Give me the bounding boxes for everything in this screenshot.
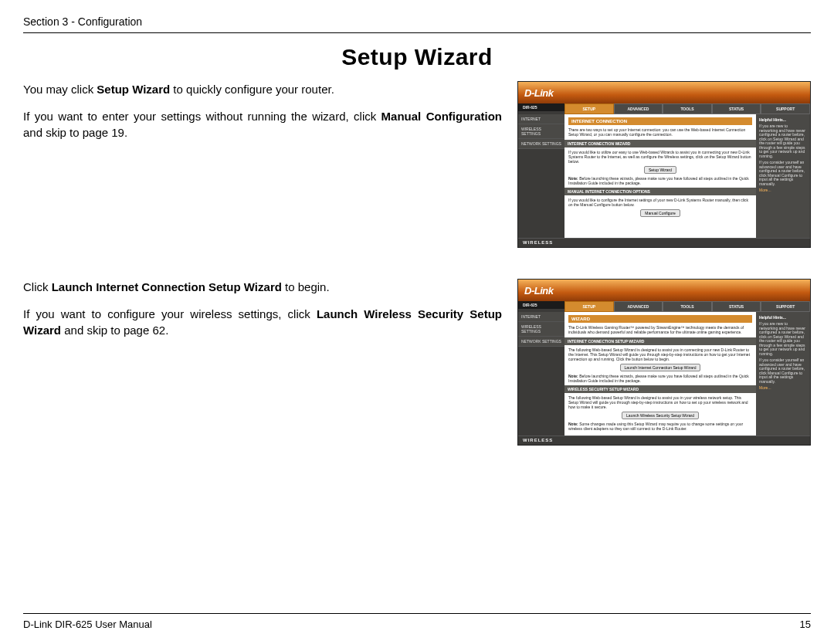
- note-text: Some changes made using this Setup Wizar…: [568, 422, 743, 431]
- txt: Click: [23, 280, 52, 293]
- tab-tools[interactable]: TOOLS: [663, 301, 712, 312]
- panel-intro1: There are two ways to set up your Intern…: [568, 127, 752, 137]
- sidenav-wireless[interactable]: WIRELESS SETTINGS: [518, 322, 564, 337]
- note2: Note: Before launching these wizards, pl…: [568, 374, 752, 383]
- note-text: Before launching these wizards, please m…: [568, 176, 749, 185]
- block2-text: Click Launch Internet Connection Setup W…: [23, 279, 502, 349]
- page-title: Setup Wizard: [23, 44, 811, 70]
- footer-manual-name: D-Link DIR-625 User Manual: [23, 619, 152, 630]
- screenshot2-col: D-Link DIR-625 SETUP ADVANCED TOOLS STAT…: [517, 279, 811, 446]
- txt: and skip to page 19.: [23, 126, 127, 139]
- tab-status[interactable]: STATUS: [712, 301, 761, 312]
- txt: to quickly configure your router.: [170, 83, 334, 96]
- launch-wireless-security-wizard-button[interactable]: Launch Wireless Security Setup Wizard: [622, 412, 699, 419]
- model-bar: DIR-625: [518, 103, 564, 111]
- subhead-manual: MANUAL INTERNET CONNECTION OPTIONS: [564, 188, 756, 195]
- more-link[interactable]: More...: [759, 386, 807, 391]
- tab-status[interactable]: STATUS: [712, 103, 761, 114]
- sidenav-network[interactable]: NETWORK SETTINGS: [518, 139, 564, 149]
- sidenav-internet[interactable]: INTERNET: [518, 114, 564, 124]
- hint-text: If you consider yourself an advanced use…: [759, 161, 807, 186]
- block1-p1: You may click Setup Wizard to quickly co…: [23, 81, 502, 97]
- router-screenshot-2: D-Link DIR-625 SETUP ADVANCED TOOLS STAT…: [517, 279, 811, 446]
- more-link[interactable]: More...: [759, 188, 807, 193]
- sidenav-wireless[interactable]: WIRELESS SETTINGS: [518, 124, 564, 139]
- side-nav: INTERNET WIRELESS SETTINGS NETWORK SETTI…: [518, 114, 564, 238]
- router-banner: D-Link: [518, 280, 810, 301]
- block2-p1: Click Launch Internet Connection Setup W…: [23, 279, 502, 295]
- main-panel-1: INTERNET CONNECTION There are two ways t…: [564, 114, 756, 238]
- hints-title: Helpful Hints...: [759, 117, 807, 122]
- hints-panel-1: Helpful Hints... If you are new to netwo…: [756, 114, 810, 238]
- note1: Note: Before launching these wizards, pl…: [568, 176, 752, 185]
- hint-text: If you are new to networking and have ne…: [759, 124, 807, 158]
- txt: If you want to enter your settings witho…: [23, 110, 381, 123]
- hints-title: Helpful Hints...: [759, 315, 807, 320]
- router-footer: WIRELESS: [518, 238, 810, 247]
- block-1: You may click Setup Wizard to quickly co…: [23, 81, 811, 248]
- block-2: Click Launch Internet Connection Setup W…: [23, 279, 811, 446]
- text-wssw: The following Web-based Setup Wizard is …: [568, 395, 752, 409]
- block2-p2: If you want to configure your wireless s…: [23, 306, 502, 338]
- text-icw: If you would like to utilize our easy to…: [568, 150, 752, 164]
- footer-page-number: 15: [800, 619, 811, 630]
- block1-p2: If you want to enter your settings witho…: [23, 108, 502, 141]
- dlink-logo: D-Link: [524, 87, 553, 99]
- tab-support[interactable]: SUPPORT: [761, 103, 810, 114]
- hints-panel-2: Helpful Hints... If you are new to netwo…: [756, 312, 810, 436]
- bold-launch-icw: Launch Internet Connection Setup Wizard: [52, 280, 282, 293]
- txt: and skip to page 62.: [61, 324, 168, 337]
- subhead-icw: INTERNET CONNECTION WIZARD: [564, 140, 756, 147]
- section-header: Section 3 - Configuration: [23, 15, 811, 33]
- txt: to begin.: [282, 280, 330, 293]
- sidenav-internet[interactable]: INTERNET: [518, 312, 564, 322]
- subhead-icsw: INTERNET CONNECTION SETUP WIZARD: [564, 337, 756, 345]
- txt: If you want to configure your wireless s…: [23, 307, 317, 320]
- setup-wizard-button[interactable]: Setup Wizard: [644, 166, 676, 174]
- panel-head-internet-connection: INTERNET CONNECTION: [568, 117, 752, 125]
- sidenav-network[interactable]: NETWORK SETTINGS: [518, 337, 564, 347]
- bold-manual-config: Manual Configuration: [381, 110, 502, 123]
- panel-head-wizard: WIZARD: [568, 315, 752, 323]
- tab-advanced[interactable]: ADVANCED: [614, 301, 663, 312]
- hint-text: If you consider yourself an advanced use…: [759, 358, 807, 384]
- side-nav: INTERNET WIRELESS SETTINGS NETWORK SETTI…: [518, 312, 564, 436]
- tab-setup[interactable]: SETUP: [564, 103, 614, 114]
- router-banner: D-Link: [518, 82, 810, 103]
- subhead-wssw: WIRELESS SECURITY SETUP WIZARD: [564, 385, 756, 393]
- panel-intro2: The D-Link Wireless Gaming Router™ power…: [568, 325, 752, 334]
- txt: You may click: [23, 83, 97, 96]
- text-manual: If you would like to configure the Inter…: [568, 198, 752, 207]
- tab-advanced[interactable]: ADVANCED: [614, 103, 663, 114]
- page-footer: D-Link DIR-625 User Manual 15: [23, 613, 811, 630]
- block1-text: You may click Setup Wizard to quickly co…: [23, 81, 502, 151]
- note3: Note: Some changes made using this Setup…: [568, 422, 752, 431]
- text-icsw: The following Web-based Setup Wizard is …: [568, 347, 752, 361]
- tab-tools[interactable]: TOOLS: [663, 103, 712, 114]
- router-footer: WIRELESS: [518, 436, 810, 445]
- dlink-logo: D-Link: [524, 285, 553, 297]
- bold-setup-wizard: Setup Wizard: [97, 83, 170, 96]
- manual-configure-button[interactable]: Manual Configure: [640, 209, 680, 217]
- main-panel-2: WIZARD The D-Link Wireless Gaming Router…: [564, 312, 756, 436]
- hint-text: If you are new to networking and have ne…: [759, 322, 807, 356]
- tab-support[interactable]: SUPPORT: [761, 301, 810, 312]
- note-text: Before launching these wizards, please m…: [568, 374, 749, 383]
- launch-internet-wizard-button[interactable]: Launch Internet Connection Setup Wizard: [620, 364, 701, 371]
- model-bar: DIR-625: [518, 301, 564, 309]
- screenshot1-col: D-Link DIR-625 SETUP ADVANCED TOOLS STAT…: [517, 81, 811, 248]
- router-screenshot-1: D-Link DIR-625 SETUP ADVANCED TOOLS STAT…: [517, 81, 811, 248]
- tab-setup[interactable]: SETUP: [564, 301, 614, 312]
